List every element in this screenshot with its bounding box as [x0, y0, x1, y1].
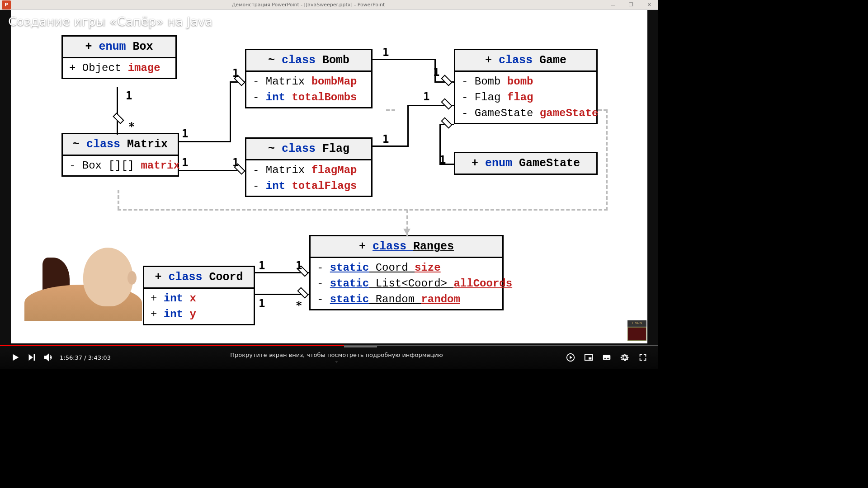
maximize-button[interactable]: ❐ [622, 2, 640, 8]
multiplicity: * [128, 120, 135, 133]
autoplay-toggle[interactable] [562, 349, 579, 366]
visibility: ~ [268, 142, 282, 155]
watch-later-icon[interactable] [607, 20, 617, 30]
class-name: Ranges [413, 240, 454, 253]
presenter-webcam [24, 239, 142, 321]
multiplicity: 1 [182, 156, 188, 169]
member-name: image [128, 62, 160, 74]
multiplicity: 1 [382, 46, 389, 59]
keyword: class [168, 271, 209, 284]
member-vis: - [253, 180, 266, 192]
keyword: class [373, 240, 413, 253]
subscribe-watermark[interactable] [627, 327, 646, 341]
member-name: totalFlags [292, 180, 357, 192]
multiplicity: * [296, 299, 302, 312]
keyword: enum [485, 157, 519, 170]
miniplayer-button[interactable] [580, 349, 597, 366]
member-name: bomb [507, 75, 533, 88]
player-controls: 1:56:37 / 3:43:03 Прокрутите экран вниз,… [0, 346, 658, 369]
member-name: gameState [540, 107, 599, 119]
connector-line [373, 145, 409, 147]
channel-watermark[interactable]: ITVDN [627, 320, 646, 327]
fullscreen-button[interactable] [635, 349, 651, 366]
uml-class-coord: + class Coord + int x + int y [143, 266, 255, 325]
class-name: Coord [209, 271, 243, 284]
member-type: Random [369, 293, 421, 305]
minimize-button[interactable]: — [604, 2, 622, 8]
time-sep: / [82, 354, 88, 361]
member-type: - Bomb [462, 75, 507, 88]
member-type: - Box [][] [69, 160, 141, 172]
next-button[interactable] [24, 349, 40, 366]
aggregation-diamond-icon [441, 98, 452, 109]
aggregation-diamond-icon [297, 287, 308, 298]
dependency-line [118, 209, 608, 211]
time-display: 1:56:37 / 3:43:03 [60, 354, 111, 361]
video-viewport[interactable]: Создание игры «Сапёр» на Java + enum Box… [0, 10, 658, 369]
connector-line [179, 170, 245, 171]
keyword: class [282, 54, 322, 67]
time-current: 1:56:37 [60, 354, 82, 361]
member-type: - Matrix [253, 75, 311, 88]
uml-class-matrix: ~ class Matrix - Box [][] matrix [61, 133, 179, 177]
connector-line [230, 81, 231, 142]
subtitles-button[interactable] [599, 349, 615, 366]
class-name: Box [133, 40, 153, 53]
connector-line [117, 87, 118, 135]
multiplicity: 1 [182, 127, 188, 140]
uml-class-bomb: ~ class Bomb - Matrix bombMap - int tota… [245, 49, 373, 108]
member-vis: - [253, 91, 266, 103]
visibility: + [485, 54, 499, 67]
member-type: int [266, 180, 292, 192]
member-name: bombMap [311, 75, 357, 88]
volume-button[interactable] [40, 349, 56, 366]
member-type: int [164, 292, 190, 305]
dependency-line [606, 109, 608, 211]
connector-line [179, 141, 231, 142]
visibility: + [85, 40, 99, 53]
uml-class-box: + enum Box + Object image [61, 35, 177, 79]
member-type: - Flag [462, 91, 507, 103]
presenter-head [83, 248, 133, 306]
uml-class-flag: ~ class Flag - Matrix flagMap - int tota… [245, 137, 373, 197]
member-name: flag [507, 91, 533, 103]
multiplicity: 1 [259, 259, 265, 272]
static-kw: static [330, 293, 369, 305]
video-title: Создание игры «Сапёр» на Java [8, 14, 212, 28]
play-button[interactable] [7, 349, 24, 366]
multiplicity: 1 [382, 133, 389, 145]
window-title: Демонстрация PowerPoint - [JavaSweeper.p… [13, 2, 604, 8]
uml-class-ranges: + class Ranges - static Coord size - sta… [309, 235, 504, 310]
keyword: class [86, 138, 127, 151]
class-name: GameState [519, 157, 580, 170]
member-name: totalBombs [292, 91, 357, 103]
slide-content: + enum Box + Object image ~ class Bomb -… [11, 10, 647, 343]
scroll-hint-label: Прокрутите экран вниз, чтобы посмотреть … [230, 352, 443, 358]
member-type: - Matrix [253, 164, 311, 176]
class-name: Game [539, 54, 566, 67]
aggregation-diamond-icon [441, 75, 452, 86]
multiplicity: 1 [439, 154, 446, 166]
member-type: int [266, 91, 292, 103]
dependency-line [386, 109, 395, 111]
close-button[interactable]: ✕ [640, 2, 658, 8]
member-name: allCoords [453, 277, 512, 290]
settings-button[interactable] [617, 349, 633, 366]
member-type: List<Coord> [369, 277, 453, 290]
time-total: 3:43:03 [88, 354, 111, 361]
chevron-down-icon: ⌄ [111, 358, 562, 363]
uml-class-game: + class Game - Bomb bomb - Flag flag - G… [454, 49, 598, 124]
multiplicity: 1 [232, 156, 239, 169]
svg-rect-4 [604, 358, 607, 359]
keyword: class [499, 54, 539, 67]
member-name: flagMap [311, 164, 357, 176]
class-name: Bomb [322, 54, 349, 67]
share-icon[interactable] [631, 19, 645, 32]
member-vis: - [317, 277, 330, 290]
scroll-hint-text: Прокрутите экран вниз, чтобы посмотреть … [111, 352, 562, 363]
dependency-arrow-icon [403, 229, 410, 235]
visibility: ~ [73, 138, 86, 151]
member-name: x [189, 292, 196, 305]
multiplicity: 1 [433, 66, 439, 79]
member-vis: + [151, 308, 164, 320]
